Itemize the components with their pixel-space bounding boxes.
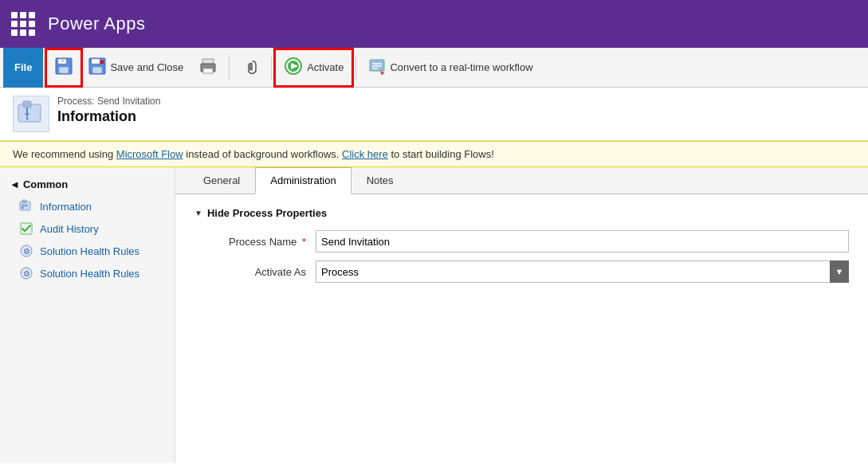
convert-label: Convert to a real-time workflow xyxy=(390,61,532,73)
sidebar-item-label: Audit History xyxy=(40,223,99,235)
svg-rect-5 xyxy=(92,59,100,64)
toolbar: File Save and Close xyxy=(0,48,868,88)
save-close-icon xyxy=(88,57,106,77)
process-name-input[interactable] xyxy=(316,230,849,253)
attach-button[interactable] xyxy=(234,51,266,84)
activate-as-select-wrapper: Process Process Template ▼ xyxy=(316,260,849,283)
sidebar: ◄ Common Information xyxy=(0,167,175,463)
section-collapse-icon[interactable]: ▼ xyxy=(194,209,202,217)
tab-administration[interactable]: Administration xyxy=(255,167,351,194)
audit-icon xyxy=(19,221,33,236)
warning-text-before: We recommend using xyxy=(13,148,116,160)
page-title: Information xyxy=(57,108,160,125)
waffle-icon[interactable] xyxy=(11,12,35,36)
svg-rect-2 xyxy=(59,67,69,73)
tab-notes[interactable]: Notes xyxy=(352,167,409,194)
save-icon xyxy=(55,57,73,77)
separator-2 xyxy=(271,56,272,80)
activate-button[interactable]: Activate xyxy=(277,51,351,84)
section-title: Hide Process Properties xyxy=(207,207,327,219)
click-here-link[interactable]: Click here xyxy=(342,148,388,160)
process-name-row: Process Name * xyxy=(194,230,849,253)
app-title: Power Apps xyxy=(48,14,145,34)
sidebar-item-information[interactable]: Information xyxy=(0,195,175,217)
header-text: Process: Send Invitation Information xyxy=(57,96,160,125)
section-header: ▼ Hide Process Properties xyxy=(194,207,849,219)
svg-rect-6 xyxy=(92,67,102,73)
top-bar: Power Apps xyxy=(0,0,868,48)
activate-label: Activate xyxy=(307,61,344,73)
sidebar-item-solution-health-1[interactable]: ⚙ Solution Health Rules xyxy=(0,240,175,262)
svg-rect-22 xyxy=(23,101,31,108)
print-button[interactable] xyxy=(192,51,224,84)
convert-button[interactable]: Convert to a real-time workflow xyxy=(361,51,540,84)
svg-rect-11 xyxy=(203,69,213,73)
save-button[interactable] xyxy=(48,51,80,84)
svg-rect-27 xyxy=(22,200,26,203)
health-icon-2: ⚙ xyxy=(19,266,33,280)
save-close-button[interactable]: Save and Close xyxy=(81,51,190,84)
warning-banner: We recommend using Microsoft Flow instea… xyxy=(0,141,868,167)
sidebar-item-label: Information xyxy=(40,201,92,213)
warning-text-middle: instead of background workflows. xyxy=(183,148,342,160)
warning-text-after: to start building Flows! xyxy=(388,148,494,160)
process-name-label: Process Name * xyxy=(194,236,306,248)
content-area: General Administration Notes ▼ Hide Proc… xyxy=(175,167,868,463)
svg-text:⚙: ⚙ xyxy=(23,269,30,278)
svg-rect-3 xyxy=(61,59,64,62)
main-layout: ◄ Common Information xyxy=(0,167,868,463)
microsoft-flow-link[interactable]: Microsoft Flow xyxy=(116,148,183,160)
info-icon xyxy=(19,199,33,213)
activate-as-label: Activate As xyxy=(194,266,306,278)
svg-text:⚙: ⚙ xyxy=(23,247,30,256)
separator-1 xyxy=(229,56,230,80)
sidebar-item-label: Solution Health Rules xyxy=(40,245,139,257)
print-icon xyxy=(199,57,217,77)
required-star: * xyxy=(302,236,306,248)
separator-3 xyxy=(355,56,356,80)
sidebar-item-audit-history[interactable]: Audit History xyxy=(0,217,175,240)
sidebar-section-common: ◄ Common xyxy=(0,174,175,195)
paperclip-icon xyxy=(242,57,259,77)
save-close-label: Save and Close xyxy=(110,61,183,73)
sidebar-item-label: Solution Health Rules xyxy=(40,268,139,280)
sidebar-section-label: Common xyxy=(23,178,68,190)
breadcrumb: Process: Send Invitation xyxy=(57,96,160,107)
health-icon-1: ⚙ xyxy=(19,244,33,258)
activate-icon xyxy=(284,57,303,78)
activate-as-select[interactable]: Process Process Template xyxy=(316,260,849,283)
convert-icon xyxy=(368,57,386,77)
svg-point-12 xyxy=(211,66,214,69)
svg-rect-16 xyxy=(370,60,384,71)
page-header: Process: Send Invitation Information xyxy=(0,88,868,141)
form-area: ▼ Hide Process Properties Process Name *… xyxy=(175,194,868,463)
tabs: General Administration Notes xyxy=(175,167,868,194)
file-button[interactable]: File xyxy=(3,48,43,88)
activate-as-row: Activate As Process Process Template ▼ xyxy=(194,260,849,283)
tab-general[interactable]: General xyxy=(188,167,255,194)
collapse-arrow-icon: ◄ xyxy=(10,178,20,190)
sidebar-item-solution-health-2[interactable]: ⚙ Solution Health Rules xyxy=(0,262,175,284)
process-icon xyxy=(13,96,49,132)
